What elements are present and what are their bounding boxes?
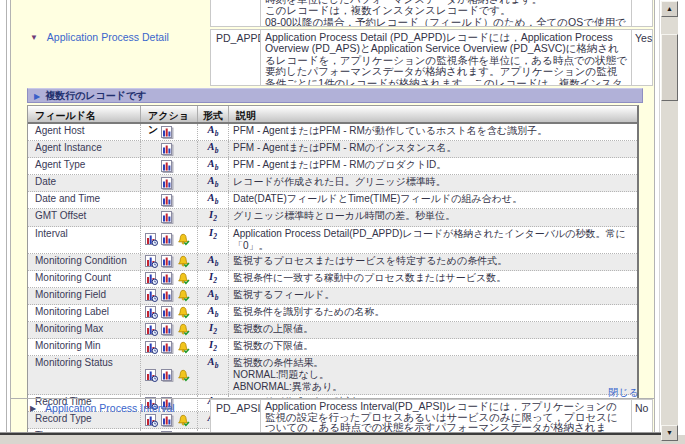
- realtime-report-icon: [145, 255, 161, 268]
- empty-action-slot: [145, 194, 161, 207]
- expand-triangle-icon[interactable]: ▶: [30, 404, 36, 413]
- historical-report-icon: [161, 177, 177, 190]
- field-desc: 監視数の下限値。: [229, 339, 637, 355]
- realtime-report-icon: [145, 289, 161, 302]
- realtime-report-icon: [145, 341, 161, 354]
- historical-report-icon: [161, 323, 177, 336]
- historical-report-icon: [161, 194, 177, 207]
- field-format: I2: [198, 322, 229, 338]
- field-name: Monitoring Label: [28, 305, 141, 321]
- prev-record-desc: 時刻を単位にしたパフォーマンスデータが格納されます。 このレコードは，複数インス…: [261, 0, 631, 27]
- field-desc: Date(DATE)フィールドとTime(TIME)フィールドの組み合わせ。: [229, 192, 637, 208]
- field-table-row: Monitoring Status Ab 監視数の条件結果。 NORMAL:問題…: [28, 356, 637, 395]
- collapse-triangle-icon[interactable]: ▼: [30, 33, 38, 42]
- format-type-i2-icon: I2: [209, 339, 217, 350]
- field-desc: グリニッジ標準時とローカル時間の差。秒単位。: [229, 209, 637, 225]
- alarm-icon: [177, 306, 193, 319]
- field-format: I2: [198, 271, 229, 287]
- format-type-ab-icon: Ab: [208, 356, 219, 367]
- record-multirow-cell: No: [631, 399, 653, 432]
- right-frame-border-inner: [654, 0, 655, 432]
- format-type-i2-icon: I2: [209, 271, 217, 282]
- field-name: Agent Instance: [28, 141, 141, 157]
- field-name: Date and Time: [28, 192, 141, 208]
- alarm-icon: [177, 233, 193, 246]
- field-table-row: Interval I2 Application Process Detail(P…: [28, 227, 637, 254]
- band-arrow-icon[interactable]: ▶: [34, 92, 40, 101]
- field-desc: 監視数の上限値。: [229, 322, 637, 338]
- realtime-report-icon: [145, 272, 161, 285]
- realtime-report-icon: [145, 233, 161, 246]
- alarm-icon: [177, 289, 193, 302]
- historical-report-icon: [161, 255, 177, 268]
- field-format: Ab: [198, 305, 229, 321]
- record-desc-cell: Application Process Detail (PD_APPD)レコード…: [260, 29, 632, 86]
- field-format: I2: [198, 227, 229, 253]
- field-actions: [141, 305, 198, 321]
- field-actions: [141, 288, 198, 304]
- prev-record-flag-cell: [631, 0, 653, 27]
- empty-action-slot: [145, 177, 161, 190]
- field-actions: [141, 209, 198, 225]
- field-actions: [141, 124, 198, 140]
- field-format: Ab: [198, 288, 229, 304]
- format-type-i2-icon: I2: [209, 322, 217, 333]
- record-link-appd[interactable]: Application Process Detail: [47, 31, 169, 43]
- record-row-appd: ▼ Application Process Detail: [30, 31, 169, 43]
- scroll-thumb[interactable]: [661, 34, 678, 101]
- empty-action-slot: [145, 211, 161, 224]
- record-desc: Application Process Detail (PD_APPD)レコード…: [261, 30, 631, 86]
- field-desc: 監視するフィールド。: [229, 288, 637, 304]
- right-frame-border-outer: [659, 0, 660, 432]
- alarm-icon: [177, 272, 193, 285]
- field-table-row: Date Ab レコードが作成された日。グリニッジ標準時。: [28, 175, 637, 192]
- vertical-scrollbar[interactable]: ▲ ▼: [661, 1, 678, 441]
- historical-report-icon: [161, 233, 177, 246]
- field-name: Monitoring Condition: [28, 254, 141, 270]
- field-name: GMT Offset: [28, 209, 141, 225]
- alarm-icon: [177, 369, 193, 382]
- field-table-row: Monitoring Count I2 監視条件に一致する稼動中のプロセス数また…: [28, 271, 637, 288]
- record-id: PD_APPD: [211, 30, 260, 44]
- field-actions: [141, 227, 198, 253]
- field-format: Ab: [198, 356, 229, 394]
- record-desc-cell: Application Process Interval(PD_APSI)レコー…: [260, 399, 632, 432]
- field-table-header: フィールド名 アクション 形式 説明: [28, 106, 637, 124]
- field-name: Monitoring Min: [28, 339, 141, 355]
- multirow-record-band: ▶複数行のレコードです: [27, 88, 643, 103]
- alarm-icon: [177, 341, 193, 354]
- format-type-i2-icon: I2: [209, 209, 217, 220]
- field-format: I2: [198, 339, 229, 355]
- alarm-icon: [177, 414, 193, 427]
- window-bottom-strip: [0, 435, 685, 444]
- field-actions: [141, 339, 198, 355]
- format-type-ab-icon: Ab: [208, 158, 219, 169]
- field-desc: 監視条件に一致する稼動中のプロセス数またはサービス数。: [229, 271, 637, 287]
- field-actions: [141, 158, 198, 174]
- field-actions: [141, 271, 198, 287]
- historical-report-icon: [161, 306, 177, 319]
- historical-report-icon: [161, 126, 177, 139]
- header-description: 説明: [229, 106, 637, 122]
- alarm-icon: [177, 323, 193, 336]
- field-desc: 監視するプロセスまたはサービスを特定するための条件式。: [229, 254, 637, 270]
- scroll-up-arrow-icon: ▲: [666, 5, 673, 12]
- scroll-down-button[interactable]: ▼: [661, 425, 678, 441]
- record-multirow-flag: Yes: [632, 30, 652, 44]
- field-table-row: Monitoring Condition Ab 監視するプロセスまたはサービスを…: [28, 254, 637, 271]
- realtime-report-icon: [145, 306, 161, 319]
- field-table-row: Agent Host Ab PFM - AgentまたはPFM - RMが動作し…: [28, 124, 637, 141]
- scroll-up-button[interactable]: ▲: [661, 1, 678, 17]
- record-link-apsi[interactable]: Application Process Interval: [45, 402, 175, 414]
- field-name: Monitoring Count: [28, 271, 141, 287]
- field-name: Agent Host: [28, 124, 141, 140]
- record-id: PD_APSI: [211, 400, 260, 414]
- record-desc: Application Process Interval(PD_APSI)レコー…: [261, 400, 631, 432]
- field-name: Monitoring Max: [28, 322, 141, 338]
- field-desc: レコードが作成された日。グリニッジ標準時。: [229, 175, 637, 191]
- historical-report-icon: [161, 143, 177, 156]
- field-name: Monitoring Field: [28, 288, 141, 304]
- field-desc: Application Process Detail(PD_APPD)レコードが…: [229, 227, 637, 253]
- format-type-ab-icon: Ab: [208, 305, 219, 316]
- field-table-row: Monitoring Field Ab 監視するフィールド。: [28, 288, 637, 305]
